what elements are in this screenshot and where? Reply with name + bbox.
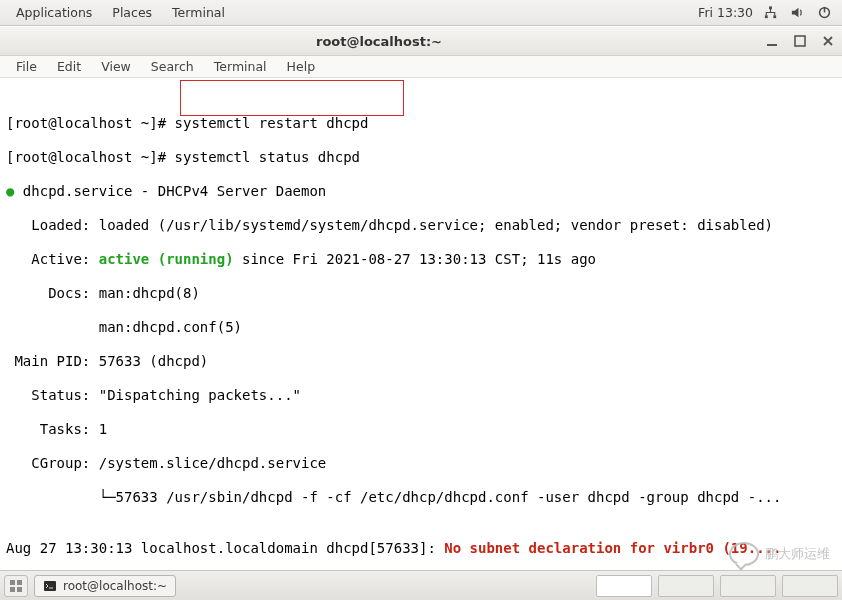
workspace-1[interactable] xyxy=(596,575,652,597)
terminal-line: Tasks: 1 xyxy=(6,421,836,438)
menu-applications[interactable]: Applications xyxy=(6,5,102,20)
terminal-line: Status: "Dispatching packets..." xyxy=(6,387,836,404)
task-terminal[interactable]: root@localhost:~ xyxy=(34,575,176,597)
maximize-button[interactable] xyxy=(790,31,810,51)
terminal-line: └─57633 /usr/sbin/dhcpd -f -cf /etc/dhcp… xyxy=(6,489,836,506)
minimize-button[interactable] xyxy=(762,31,782,51)
svg-rect-9 xyxy=(10,587,15,592)
menu-edit[interactable]: Edit xyxy=(47,59,91,74)
terminal-line: ● dhcpd.service - DHCPv4 Server Daemon xyxy=(6,183,836,200)
terminal-line: [root@localhost ~]# systemctl status dhc… xyxy=(6,149,836,166)
terminal-line: CGroup: /system.slice/dhcpd.service xyxy=(6,455,836,472)
workspace-2[interactable] xyxy=(658,575,714,597)
annotation-red-box xyxy=(180,80,404,116)
show-desktop-button[interactable] xyxy=(4,575,28,597)
window-title: root@localhost:~ xyxy=(0,34,758,49)
workspace-4[interactable] xyxy=(782,575,838,597)
svg-rect-6 xyxy=(795,36,805,46)
clock[interactable]: Fri 13:30 xyxy=(688,5,763,20)
gnome-top-panel: Applications Places Terminal Fri 13:30 xyxy=(0,0,842,26)
menu-terminal[interactable]: Terminal xyxy=(204,59,277,74)
close-button[interactable] xyxy=(818,31,838,51)
workspace-3[interactable] xyxy=(720,575,776,597)
menu-view[interactable]: View xyxy=(91,59,141,74)
window-titlebar[interactable]: root@localhost:~ xyxy=(0,26,842,56)
svg-rect-2 xyxy=(773,15,776,18)
terminal-line: man:dhcpd.conf(5) xyxy=(6,319,836,336)
terminal-line: Main PID: 57633 (dhcpd) xyxy=(6,353,836,370)
power-icon[interactable] xyxy=(817,5,832,20)
terminal-line: Loaded: loaded (/usr/lib/systemd/system/… xyxy=(6,217,836,234)
terminal-line: Docs: man:dhcpd(8) xyxy=(6,285,836,302)
menu-help[interactable]: Help xyxy=(277,59,326,74)
gnome-bottom-panel: root@localhost:~ xyxy=(0,570,842,600)
svg-rect-5 xyxy=(767,44,777,46)
menu-file[interactable]: File xyxy=(6,59,47,74)
menu-terminal-launcher[interactable]: Terminal xyxy=(162,5,235,20)
terminal-window: root@localhost:~ File Edit View Search T… xyxy=(0,26,842,600)
network-icon[interactable] xyxy=(763,5,778,20)
terminal-menubar: File Edit View Search Terminal Help xyxy=(0,56,842,78)
menu-places[interactable]: Places xyxy=(102,5,162,20)
wechat-icon xyxy=(729,542,759,566)
svg-rect-7 xyxy=(10,580,15,585)
menu-search[interactable]: Search xyxy=(141,59,204,74)
task-terminal-label: root@localhost:~ xyxy=(63,579,167,593)
watermark: 鹏大师运维 xyxy=(729,542,830,566)
svg-rect-11 xyxy=(44,581,56,591)
svg-rect-4 xyxy=(824,7,826,13)
volume-icon[interactable] xyxy=(790,5,805,20)
watermark-text: 鹏大师运维 xyxy=(765,545,830,563)
terminal-viewport[interactable]: [root@localhost ~]# systemctl restart dh… xyxy=(0,78,842,600)
svg-rect-1 xyxy=(765,15,768,18)
svg-rect-10 xyxy=(17,587,22,592)
terminal-line: Active: active (running) since Fri 2021-… xyxy=(6,251,836,268)
terminal-line: Aug 27 13:30:13 localhost.localdomain dh… xyxy=(6,540,836,557)
terminal-line: [root@localhost ~]# systemctl restart dh… xyxy=(6,115,836,132)
terminal-icon xyxy=(43,579,57,593)
svg-rect-8 xyxy=(17,580,22,585)
